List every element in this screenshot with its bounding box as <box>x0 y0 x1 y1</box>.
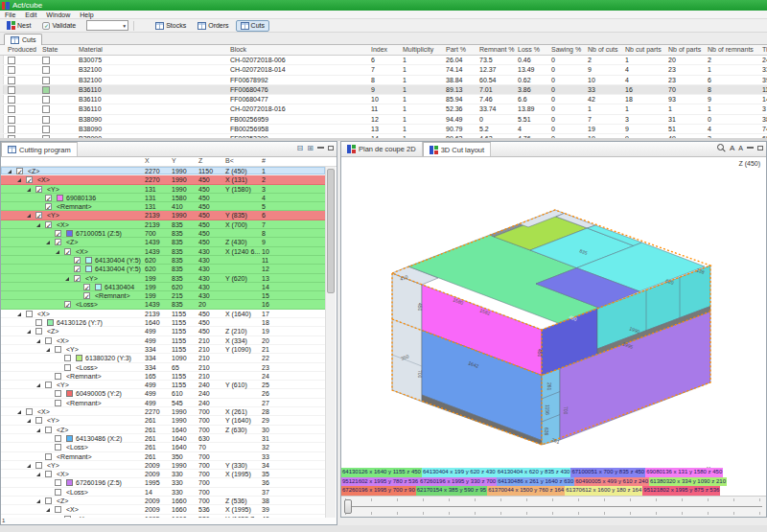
tree-row[interactable]: <Y>3341155210Y (1090)21 <box>1 345 325 354</box>
column-header[interactable]: Nb cut parts <box>625 46 662 53</box>
tree-row[interactable]: ✓6413040419962043014 <box>1 283 325 291</box>
state-checkbox[interactable] <box>42 86 50 94</box>
tree-checkbox[interactable] <box>45 471 52 477</box>
slider-track[interactable] <box>345 506 762 507</box>
tree-column-header[interactable]: Z <box>198 157 202 164</box>
tree-checkbox[interactable]: ✓ <box>35 186 42 193</box>
legend-part-entry[interactable]: 67260196 x 1995 y 700 z 90 <box>341 486 416 496</box>
tree-row[interactable]: <Loss>3346521023 <box>1 363 325 372</box>
expander-icon[interactable] <box>17 410 21 414</box>
state-checkbox[interactable] <box>42 105 50 113</box>
tree-row[interactable]: <Y>20091990700Y (330)34 <box>1 461 325 470</box>
tree-checkbox[interactable]: ✓ <box>74 275 81 282</box>
tree-row[interactable]: ✓<Remnant>1314104505 <box>1 202 325 211</box>
tree-row[interactable]: 64130486 (X:2)261164063031 <box>1 434 325 443</box>
tree-row[interactable]: <X>22701990700X (261)28 <box>1 407 325 416</box>
column-header[interactable]: Material <box>79 46 103 53</box>
column-header[interactable]: Remnant % <box>479 46 515 53</box>
expander-icon[interactable] <box>46 508 50 512</box>
legend-part-entry[interactable]: 67260196 x 1995 y 330 z 700 <box>419 477 497 487</box>
expand-all-icon[interactable]: ⊞ <box>307 144 314 152</box>
column-header[interactable]: Produced <box>8 46 36 53</box>
legend-part-entry[interactable]: 61380320 x 334 y 1090 z 210 <box>649 477 727 487</box>
tree-row[interactable]: ✓<X>22701990450X (131)2 <box>1 175 325 184</box>
tab-plan-de-coupe-2d[interactable]: Plan de coupe 2D <box>341 142 423 156</box>
table-row[interactable]: B32100FF006789928138.8460.540.6201042363… <box>0 76 767 85</box>
table-row[interactable]: B36110FF006804769189.137.013.86033167081… <box>0 85 767 95</box>
tree-checkbox[interactable]: ✓ <box>74 257 81 264</box>
nest-button[interactable]: Nest <box>2 20 35 32</box>
menu-edit[interactable]: Edit <box>20 12 41 18</box>
tree-row[interactable]: <Loss>26116407032 <box>1 443 325 451</box>
state-checkbox[interactable] <box>42 77 50 84</box>
legend-part-entry[interactable]: 62170154 x 385 y 590 z 95 <box>416 486 487 496</box>
menu-help[interactable]: Help <box>75 12 98 18</box>
tree-checkbox[interactable] <box>35 328 42 335</box>
tree-checkbox[interactable] <box>55 346 61 353</box>
tree-row[interactable]: 60490005 (Y:2)49961024026 <box>1 389 325 398</box>
expander-icon[interactable] <box>17 312 21 316</box>
tree-checkbox[interactable] <box>26 408 33 415</box>
tree-vertical-scrollbar[interactable] <box>325 167 336 523</box>
tree-row[interactable]: ✓<Remnant>19921543015 <box>1 291 325 300</box>
tree-checkbox[interactable] <box>35 462 42 469</box>
tree-checkbox[interactable]: ✓ <box>64 248 71 255</box>
tree-row[interactable]: 61380320 (Y:3)334109021022 <box>1 354 325 362</box>
tree-row[interactable]: ✓64130404 (Y:5)62083543012 <box>1 265 325 273</box>
cuts-button[interactable]: Cuts <box>236 20 269 32</box>
font-increase-icon[interactable]: A <box>730 144 734 152</box>
tree-checkbox[interactable] <box>55 390 61 397</box>
tree-checkbox[interactable] <box>55 506 61 513</box>
expander-icon[interactable] <box>36 499 40 503</box>
tab-3d-cut-layout[interactable]: 3D Cut layout <box>423 142 491 156</box>
tree-row[interactable]: ✓<Y>199835430Y (620)13 <box>1 274 325 283</box>
tree-row[interactable]: 67260196 (Z:5)199533070036 <box>1 478 325 487</box>
expander-icon[interactable] <box>8 170 12 173</box>
column-header[interactable]: Index <box>371 46 387 53</box>
expander-icon[interactable] <box>17 178 21 182</box>
tree-row[interactable]: ✓<Z>1439835450Z (430)9 <box>1 238 325 246</box>
tree-checkbox[interactable] <box>45 382 52 388</box>
tree-column-header[interactable]: B< <box>225 157 234 164</box>
tree-column-header[interactable]: Y <box>172 157 176 164</box>
state-checkbox[interactable] <box>42 96 50 104</box>
expander-icon[interactable] <box>36 428 40 432</box>
tree-checkbox[interactable] <box>55 373 61 380</box>
cut-3d-canvas[interactable]: Z (450) <box>341 157 766 468</box>
legend-part-entry[interactable]: 61370612 x 1600 y 180 z 164 <box>565 486 642 496</box>
tree-row[interactable]: <Z>4991155450Z (210)19 <box>1 327 325 335</box>
legend-part-entry[interactable]: 61370044 x 1500 y 760 z 164 <box>487 486 565 496</box>
table-row[interactable]: B36110CH-02072018-01611152.3633.7413.890… <box>0 104 767 114</box>
table-row[interactable]: B38090FB0025695813190.795.24019951474 <box>0 125 767 134</box>
legend-part-entry[interactable]: 64130404 x 199 y 620 z 430 <box>422 468 497 477</box>
tab-cutting-program[interactable]: Cutting program <box>1 142 78 156</box>
produced-checkbox[interactable] <box>8 66 15 74</box>
validate-combo[interactable]: ▼ <box>86 20 128 31</box>
tree-checkbox[interactable]: ✓ <box>64 301 71 308</box>
produced-checkbox[interactable] <box>8 126 15 133</box>
tree-checkbox[interactable] <box>45 337 52 344</box>
column-header[interactable]: Tim <box>762 46 767 53</box>
legend-part-entry[interactable]: 95121602 x 1995 y 780 z 536 <box>341 477 419 487</box>
expander-icon[interactable] <box>65 277 69 281</box>
tree-checkbox[interactable] <box>35 417 42 424</box>
state-checkbox[interactable] <box>42 116 50 124</box>
tree-checkbox[interactable] <box>45 497 52 504</box>
expander-icon[interactable] <box>27 419 31 423</box>
tree-row[interactable]: <Remnant>165115521024 <box>1 372 325 381</box>
table-row[interactable]: B36110FF0068047710185.947.466.6042189391… <box>0 95 767 104</box>
tree-checkbox[interactable]: ✓ <box>26 176 33 183</box>
tree-row[interactable]: ✓<Z>227019901150Z (450)1 <box>1 167 325 175</box>
tree-row[interactable]: ✓<Y>21391990450Y (835)6 <box>1 211 325 220</box>
minimize-icon[interactable] <box>317 147 324 149</box>
legend-part-entry[interactable]: 95121802 x 1995 y 875 z 536 <box>642 486 720 496</box>
tree-row[interactable]: ✓64130404 (Y:5)62083543011 <box>1 256 325 265</box>
tree-checkbox[interactable] <box>45 427 52 433</box>
tree-checkbox[interactable] <box>55 479 61 486</box>
legend-part-entry[interactable]: 67100051 x 700 y 835 z 450 <box>570 468 645 477</box>
zoom-icon[interactable] <box>717 144 726 152</box>
menu-file[interactable]: File <box>0 12 20 18</box>
column-header[interactable]: Nb of cuts <box>588 46 618 53</box>
tree-row[interactable]: <Y>4991155240Y (610)25 <box>1 381 325 389</box>
expander-icon[interactable] <box>46 348 50 352</box>
